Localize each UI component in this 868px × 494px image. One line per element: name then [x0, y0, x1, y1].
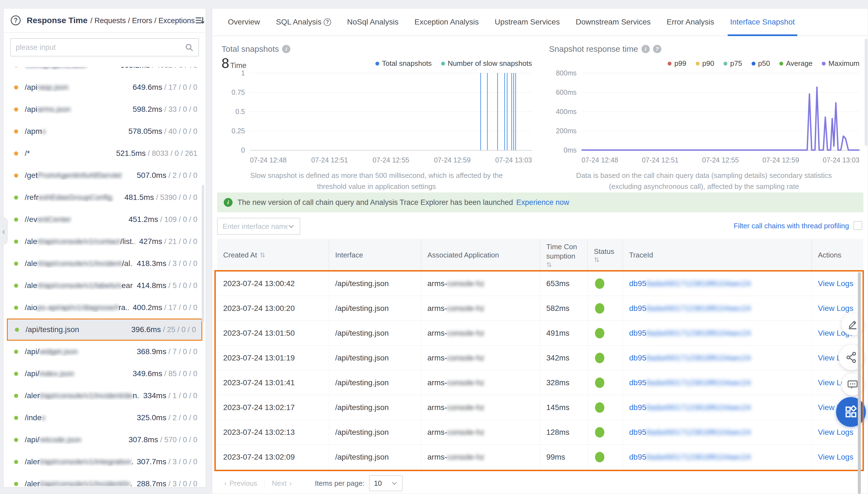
- snapshot-response-time-chart: Snapshot response time i ? p99p90p75p50A…: [546, 39, 862, 198]
- previous-page-button[interactable]: ‹ Previous: [217, 474, 264, 492]
- sidebar-interface-item[interactable]: /api/retcode.json307.8ms / 570 / 0 / 0: [4, 429, 205, 451]
- tab-interface-snapshot[interactable]: Interface Snapshot: [722, 8, 803, 36]
- sidebar-interface-item[interactable]: /api/widget.json368.9ms / 7 / 0 / 0: [4, 341, 205, 363]
- tab-upstream-services[interactable]: Upstream Services: [487, 8, 568, 36]
- table-scrollbar[interactable]: [858, 272, 861, 494]
- legend-item-p75[interactable]: p75: [724, 59, 742, 68]
- legend-item-p90[interactable]: p90: [696, 59, 714, 68]
- column-header-traceid: TraceId: [623, 239, 812, 271]
- status-dot-orange: [14, 108, 18, 112]
- trace-id-link[interactable]: db958ada49017123818f6104aec24: [629, 329, 751, 338]
- legend-label: p99: [674, 59, 686, 68]
- view-logs-link[interactable]: View Logs: [818, 279, 853, 288]
- status-dot-green: [14, 394, 18, 398]
- app-name-redacted: console-hz: [447, 428, 485, 437]
- interface-list-panel: ? Response Time/ Requests / Errors / Exc…: [3, 8, 206, 488]
- sort-icon[interactable]: [546, 261, 581, 268]
- tab-error-analysis[interactable]: Error Analysis: [658, 8, 722, 36]
- trace-id-link[interactable]: db958ada49017123818f6104aec24: [629, 304, 751, 313]
- view-logs-link[interactable]: View Logs: [818, 428, 853, 437]
- sidebar-search-input[interactable]: [16, 43, 185, 52]
- trace-id-link[interactable]: db958ada49017123818f6104aec24: [629, 453, 751, 461]
- trace-id-visible: db95: [629, 403, 646, 412]
- sidebar-scrollbar[interactable]: [202, 185, 204, 322]
- legend-item-total-snapshots[interactable]: Total snapshots: [375, 59, 432, 68]
- widgets-button[interactable]: [836, 397, 866, 427]
- sidebar-interface-item[interactable]: /api/index.json349.6ms / 85 / 0 / 0: [4, 363, 205, 385]
- tab-exception-analysis[interactable]: Exception Analysis: [407, 8, 487, 36]
- interface-name-visible: /ale: [25, 259, 37, 268]
- help-icon[interactable]: ?: [324, 18, 331, 26]
- trace-id-link[interactable]: db958ada49017123818f6104aec24: [629, 378, 751, 387]
- column-header-time-consumption[interactable]: Time Con sumption: [540, 239, 588, 271]
- sidebar-interface-item[interactable]: /apirasp.json649.6ms / 17 / 0 / 0: [4, 76, 205, 98]
- interface-search-select[interactable]: Enter interface name to search.: [217, 218, 300, 235]
- sidebar-collapse-handle[interactable]: ‹: [0, 217, 8, 245]
- sidebar-interface-item[interactable]: /*521.5ms / 8033 / 0 / 261: [4, 142, 205, 165]
- total-snapshots-chart: Total snapshots i 8 Time Total snapshots…: [218, 39, 535, 198]
- sort-list-icon[interactable]: [195, 15, 205, 25]
- view-logs-link[interactable]: View Logs: [818, 453, 853, 461]
- tab-overview[interactable]: Overview: [220, 8, 268, 36]
- y-tick-label: 200ms: [546, 127, 576, 135]
- interface-name-redacted: index.json: [39, 369, 74, 378]
- legend-item-number-of-slow-snapshots[interactable]: Number of slow snapshots: [441, 59, 532, 68]
- info-icon[interactable]: i: [642, 45, 650, 53]
- response-time-value: 649.6ms: [133, 83, 162, 91]
- legend-item-maximum[interactable]: Maximum: [822, 59, 860, 68]
- thread-profiling-checkbox[interactable]: [853, 221, 862, 230]
- interface-name: /alert/api/console/v1/labels/sear...: [25, 281, 133, 290]
- column-header-created-at[interactable]: Created At: [217, 239, 329, 271]
- sidebar-interface-item[interactable]: /apmx578.05ms / 40 / 0 / 0: [4, 120, 205, 142]
- sidebar-interface-item[interactable]: /alert/api/console/v1/incident/al...418.…: [4, 252, 205, 274]
- sidebar-interface-item[interactable]: /alert/api/console/v1/labels/sear...414.…: [4, 274, 205, 297]
- trace-id-link[interactable]: db958ada49017123818f6104aec24: [629, 354, 751, 362]
- tab-downstream-services[interactable]: Downstream Services: [568, 8, 658, 36]
- view-logs-link[interactable]: View Logs: [818, 304, 853, 313]
- legend-dot: [668, 62, 671, 65]
- table-row: 2023-07-24 13:01:41/api/testing.jsonarms…: [217, 370, 863, 395]
- next-page-button[interactable]: Next ›: [265, 474, 299, 492]
- sidebar-search[interactable]: [10, 38, 199, 56]
- response-time-value: 307.7ms: [137, 457, 166, 466]
- tab-nosql-analysis[interactable]: NoSql Analysis: [339, 8, 407, 36]
- sidebar-interface-item[interactable]: /alert/api/console/v1/incident/den...334…: [4, 385, 205, 407]
- interface-name-redacted: entCenter: [37, 215, 71, 224]
- sort-icon[interactable]: [594, 256, 614, 263]
- trace-id-link[interactable]: db958ada49017123818f6104aec24: [629, 403, 751, 412]
- legend-dot: [375, 62, 379, 65]
- experience-now-link[interactable]: Experience now: [516, 198, 569, 207]
- sidebar-interface-item[interactable]: /alert/api/console/v1/integration...307.…: [4, 451, 205, 473]
- interface-name-redacted: x: [42, 127, 46, 135]
- legend-item-average[interactable]: Average: [780, 59, 812, 68]
- sidebar-interface-item[interactable]: /alert/api/console/v1/incident/in...288.…: [4, 473, 205, 487]
- sidebar-interface-item[interactable]: /getPromAgentInfoAllServlet507.0ms / 2 /…: [4, 165, 205, 186]
- legend-item-p99[interactable]: p99: [668, 59, 686, 68]
- sidebar-interface-item[interactable]: /apiarms.json598.2ms / 33 / 0 / 0: [4, 98, 205, 120]
- page-scrollbar[interactable]: [865, 39, 867, 146]
- items-per-page-select[interactable]: 10: [369, 475, 402, 491]
- interface-name-visible: ra...: [119, 303, 129, 312]
- request-error-counts: / 4052 / 0 / 76: [150, 67, 197, 70]
- interface-name: /alert/api/console/v1/incident/al...: [25, 259, 133, 268]
- help-icon[interactable]: ?: [11, 15, 21, 25]
- trace-id-link[interactable]: db958ada49017123818f6104aec24: [629, 428, 751, 437]
- sidebar-interface-item[interactable]: //eventCenter451.2ms / 109 / 0 / 0: [4, 208, 205, 230]
- legend-item-p50[interactable]: p50: [752, 59, 770, 68]
- sidebar-interface-item[interactable]: /aiops-api/api/v1/diagnose/tra...400.2ms…: [4, 297, 205, 319]
- status-dot-green: [14, 482, 18, 486]
- column-header-status[interactable]: Status: [588, 239, 623, 271]
- help-icon[interactable]: ?: [653, 45, 661, 53]
- sidebar-interface-item[interactable]: /alert/api/console/v1/contact/list...427…: [4, 230, 205, 252]
- tab-sql-analysis[interactable]: SQL Analysis?: [268, 8, 339, 36]
- sidebar-interface-item[interactable]: /configAgentLabel663.2ms / 4052 / 0 / 76: [4, 67, 205, 76]
- sidebar-interface-item[interactable]: /index325.0ms / 2 / 0 / 0: [4, 407, 205, 429]
- sidebar-interface-item[interactable]: /refreshEdasGroupConfig481.5ms / 5390 / …: [4, 186, 205, 208]
- interface-name: /api/widget.json: [25, 347, 133, 356]
- thread-profiling-filter-label[interactable]: Filter call chains with thread profiling: [734, 222, 849, 230]
- sidebar-interface-item[interactable]: /api/testing.json396.6ms / 25 / 0 / 0: [7, 319, 202, 341]
- trace-id-link[interactable]: db958ada49017123818f6104aec24: [629, 279, 751, 288]
- sort-icon[interactable]: [260, 252, 265, 258]
- search-icon[interactable]: [185, 43, 194, 52]
- info-icon[interactable]: i: [282, 45, 290, 53]
